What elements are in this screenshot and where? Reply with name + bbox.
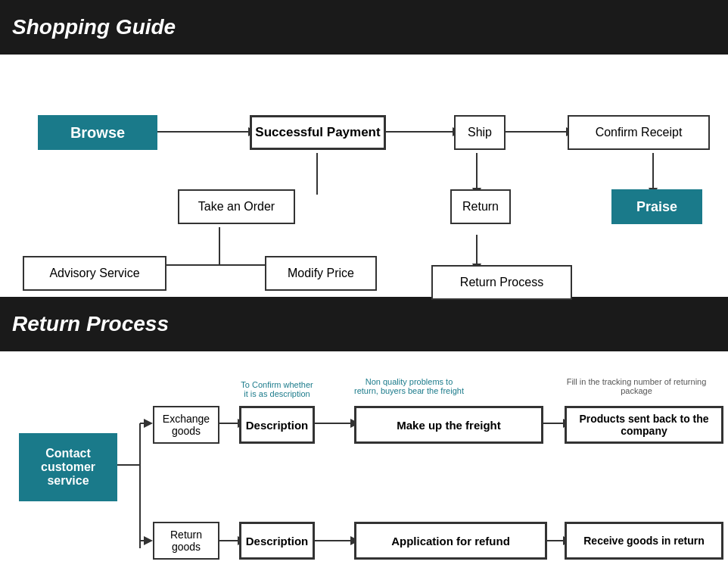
- description-2-node: Description: [239, 522, 315, 560]
- return-process-node: Return Process: [431, 265, 572, 300]
- contact-customer-service-node: Contact customer service: [19, 433, 117, 501]
- modify-price-node: Modify Price: [265, 256, 377, 291]
- make-up-freight-node: Make up the freight: [354, 406, 543, 444]
- take-order-node: Take an Order: [178, 189, 295, 224]
- shopping-guide-diagram: Browse Successful Payment Ship Confirm R…: [0, 55, 728, 297]
- shopping-guide-title: Shopping Guide: [12, 15, 176, 39]
- return-header-chevron: [169, 303, 190, 345]
- receive-goods-node: Receive goods in return: [565, 522, 723, 560]
- advisory-service-node: Advisory Service: [23, 256, 166, 291]
- products-sent-back-node: Products sent back to the company: [565, 406, 723, 444]
- return-flow-diagram: Contact customer service To Confirm whet…: [15, 374, 713, 574]
- connector-svg: [15, 77, 713, 274]
- exchange-goods-node: Exchange goods: [153, 406, 219, 444]
- non-quality-annotation: Non quality problems to return, buyers b…: [354, 377, 464, 395]
- return-node: Return: [450, 189, 511, 224]
- return-goods-node: Return goods: [153, 522, 219, 560]
- svg-marker-21: [144, 536, 153, 545]
- svg-marker-19: [144, 419, 153, 428]
- ship-node: Ship: [454, 115, 506, 150]
- return-process-title: Return Process: [12, 312, 169, 336]
- shopping-guide-header: Shopping Guide: [0, 0, 728, 55]
- return-process-header: Return Process: [0, 297, 728, 351]
- successful-payment-node: Successful Payment: [250, 115, 386, 150]
- praise-node: Praise: [611, 189, 702, 224]
- flow-diagram: Browse Successful Payment Ship Confirm R…: [15, 77, 713, 274]
- confirm-receipt-node: Confirm Receipt: [568, 115, 710, 150]
- description-1-node: Description: [239, 406, 315, 444]
- application-refund-node: Application for refund: [354, 522, 547, 560]
- to-confirm-1-annotation: To Confirm whether it is as description: [239, 380, 315, 398]
- return-process-diagram: Contact customer service To Confirm whet…: [0, 351, 728, 574]
- browse-node: Browse: [38, 115, 157, 150]
- fill-tracking-annotation: Fill in the tracking number of returning…: [565, 377, 708, 395]
- header-chevron: [176, 6, 197, 48]
